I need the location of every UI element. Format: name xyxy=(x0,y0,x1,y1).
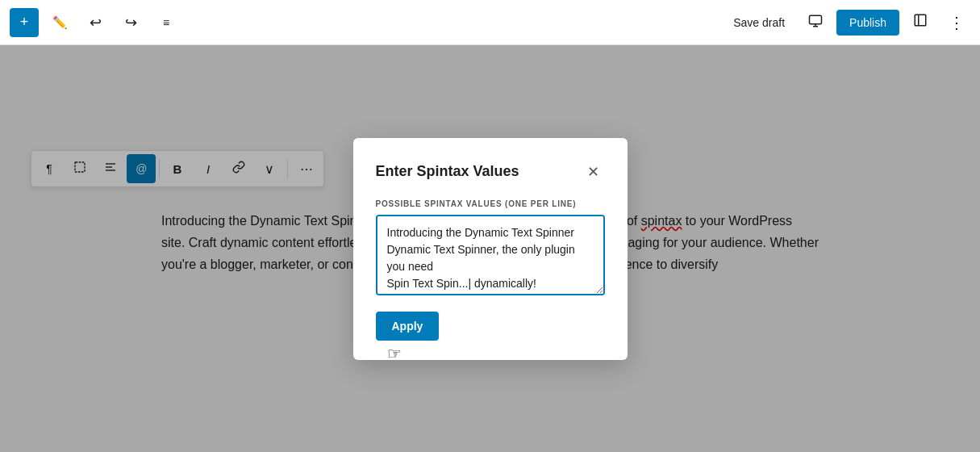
publish-label: Publish xyxy=(849,16,886,29)
cursor-indicator: ☞ xyxy=(387,344,402,363)
plus-icon: + xyxy=(20,14,29,31)
list-view-icon: ≡ xyxy=(163,16,169,29)
svg-rect-3 xyxy=(915,15,926,26)
redo-icon: ↪ xyxy=(125,14,137,31)
modal-close-button[interactable]: ✕ xyxy=(582,161,605,183)
tools-icon: ✏️ xyxy=(52,15,68,30)
spintax-modal: Enter Spintax Values ✕ POSSIBLE SPINTAX … xyxy=(353,138,628,360)
tools-button[interactable]: ✏️ xyxy=(45,8,74,37)
layout-button[interactable] xyxy=(906,8,935,37)
modal-title: Enter Spintax Values xyxy=(376,163,519,180)
publish-button[interactable]: Publish xyxy=(836,10,899,36)
spintax-textarea[interactable]: Introducing the Dynamic Text Spinner Dyn… xyxy=(376,215,605,295)
undo-icon: ↩ xyxy=(90,14,102,31)
more-options-button[interactable]: ⋮ xyxy=(941,8,970,37)
monitor-button[interactable] xyxy=(801,8,830,37)
layout-icon xyxy=(913,13,928,31)
modal-header: Enter Spintax Values ✕ xyxy=(376,161,605,183)
svg-rect-0 xyxy=(810,15,822,24)
close-icon: ✕ xyxy=(587,163,599,181)
editor-area: ¶ @ B I xyxy=(0,45,980,452)
more-options-icon: ⋮ xyxy=(949,13,963,32)
modal-textarea-label: POSSIBLE SPINTAX VALUES (ONE PER LINE) xyxy=(376,199,605,208)
undo-button[interactable]: ↩ xyxy=(81,8,110,37)
top-toolbar: + ✏️ ↩ ↪ ≡ Save draft Publish ⋮ xyxy=(0,0,980,45)
list-view-button[interactable]: ≡ xyxy=(152,8,181,37)
redo-button[interactable]: ↪ xyxy=(116,8,145,37)
save-draft-label: Save draft xyxy=(733,16,785,29)
monitor-icon xyxy=(808,14,823,31)
apply-button[interactable]: Apply xyxy=(376,312,440,341)
save-draft-button[interactable]: Save draft xyxy=(724,11,794,34)
modal-overlay: Enter Spintax Values ✕ POSSIBLE SPINTAX … xyxy=(0,45,980,452)
apply-wrapper: Apply ☞ xyxy=(376,299,440,341)
add-block-button[interactable]: + xyxy=(10,8,39,37)
